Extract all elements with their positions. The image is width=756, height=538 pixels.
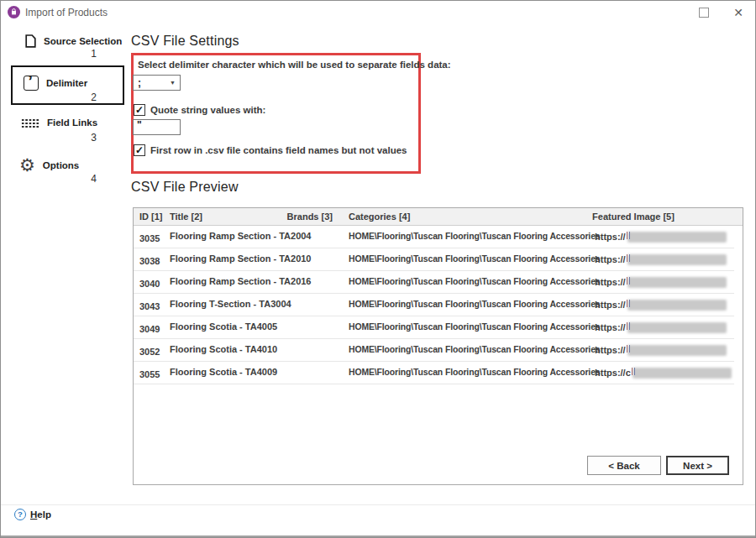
maximize-button[interactable] [699,8,709,18]
cell-featured-image: https:// [595,322,626,332]
cell-featured-image: https:// [595,232,626,242]
cell-id: 3049 [139,324,160,334]
step-number: 2 [71,91,97,103]
cell-id: 3052 [139,347,160,357]
sidebar-item-label: Delimiter [46,78,87,88]
sidebar-item-label: Source Selection [44,36,122,46]
cell-featured-image: https:// [595,300,626,310]
cell-featured-image: https:// [595,277,626,287]
close-button[interactable]: ✕ [730,4,747,21]
table-row[interactable]: 3035 Flooring Ramp Section - TA2004 HOME… [134,226,734,248]
redacted-url-blur [627,322,727,333]
titlebar: Import of Products ✕ [1,1,755,24]
quote-checkbox-label: Quote string values with: [150,105,265,115]
window-bottom-edge [1,535,755,537]
cell-categories: HOME\Flooring\Tuscan Flooring\Tuscan Flo… [349,232,601,241]
redacted-url-blur [627,300,727,311]
quote-char-input[interactable] [133,119,181,135]
help-label: Help [30,509,51,520]
sidebar-item-options[interactable]: ⚙ Options 4 [11,157,124,174]
column-header-featured-image[interactable]: Featured Image [5] [570,212,696,222]
column-header-categories[interactable]: Categories [4] [349,212,410,222]
redacted-url-blur [627,277,727,288]
sidebar-item-field-links[interactable]: Field Links 3 [11,118,124,128]
cell-categories: HOME\Flooring\Tuscan Flooring\Tuscan Flo… [349,368,601,377]
help-link[interactable]: ? Help [14,509,51,520]
url-tail-mark [627,232,630,239]
cell-categories: HOME\Flooring\Tuscan Flooring\Tuscan Flo… [349,345,601,354]
cell-featured-image: https:// [595,345,626,355]
step-number: 4 [71,173,97,185]
table-row[interactable]: 3043 Flooring T-Section - TA3004 HOME\Fl… [134,294,734,316]
cell-categories: HOME\Flooring\Tuscan Flooring\Tuscan Flo… [349,300,601,309]
column-header-title[interactable]: Title [2] [170,212,202,222]
sidebar-item-source-selection[interactable]: Source Selection 1 [11,34,124,48]
delimiter-value: ; [138,77,141,89]
url-tail-mark [632,368,635,375]
close-icon: ✕ [733,6,743,19]
step-number: 1 [71,48,97,60]
settings-heading: CSV File Settings [131,34,239,49]
table-row[interactable]: 3040 Flooring Ramp Section - TA2016 HOME… [134,271,734,294]
cell-title: Flooring Scotia - TA4005 [170,321,277,332]
redacted-url-blur [633,368,732,379]
cell-featured-image: https:// [595,254,626,264]
cell-id: 3055 [139,369,160,379]
checkmark-icon: ✓ [135,144,144,156]
dropdown-arrow-icon: ▼ [170,80,176,86]
cell-title: Flooring Scotia - TA4009 [170,367,277,377]
cell-title: Flooring Ramp Section - TA2010 [170,253,312,264]
table-row[interactable]: 3038 Flooring Ramp Section - TA2010 HOME… [134,248,734,271]
cell-id: 3043 [139,301,160,311]
url-tail-mark [627,322,630,330]
redacted-url-blur [627,254,727,265]
cell-categories: HOME\Flooring\Tuscan Flooring\Tuscan Flo… [349,277,601,286]
column-header-id[interactable]: ID [1] [139,212,163,222]
redacted-url-blur [627,345,727,356]
app-logo-icon [8,6,20,18]
cell-title: Flooring Scotia - TA4010 [170,344,277,354]
sidebar-item-label: Options [43,160,79,170]
url-tail-mark [627,345,630,353]
table-row[interactable]: 3052 Flooring Scotia - TA4010 HOME\Floor… [134,339,734,362]
cell-categories: HOME\Flooring\Tuscan Flooring\Tuscan Flo… [349,322,601,332]
gear-icon: ⚙ [19,157,35,174]
wizard-window: Import of Products ✕ Source Selection 1 … [0,0,756,538]
cell-id: 3038 [139,256,160,266]
cell-id: 3040 [139,279,160,289]
delimiter-label: Select delimiter character which will be… [138,60,451,70]
first-row-checkbox-label: First row in .csv file contains field na… [150,145,407,155]
cell-title: Flooring Ramp Section - TA2016 [170,276,312,286]
table-row[interactable]: 3049 Flooring Scotia - TA4005 HOME\Floor… [134,316,734,339]
back-button[interactable]: < Back [587,456,661,475]
url-tail-mark [627,277,630,285]
table-header: ID [1] Title [2] Brands [3] Categories [… [134,208,743,226]
preview-heading: CSV File Preview [131,180,239,195]
document-icon [25,34,36,48]
redacted-url-blur [627,232,727,243]
footer-separator [1,504,755,505]
sidebar-item-label: Field Links [47,118,97,128]
window-title: Import of Products [25,7,108,18]
table-row[interactable]: 3055 Flooring Scotia - TA4009 HOME\Floor… [134,362,734,384]
delimiter-select[interactable]: ; ▼ [133,75,181,91]
quote-icon: ’ [24,76,39,91]
column-header-brands[interactable]: Brands [3] [282,212,333,222]
cell-categories: HOME\Flooring\Tuscan Flooring\Tuscan Flo… [349,254,601,264]
checkmark-icon: ✓ [135,104,144,116]
cell-id: 3035 [139,233,160,243]
cell-featured-image: https://c [595,368,631,378]
sidebar-item-delimiter[interactable]: ’ Delimiter 2 [11,76,124,91]
quote-checkbox[interactable]: ✓ [134,104,145,116]
help-icon: ? [14,509,26,520]
next-button[interactable]: Next > [666,456,729,475]
first-row-checkbox[interactable]: ✓ [134,144,145,156]
cell-title: Flooring Ramp Section - TA2004 [170,231,312,241]
step-number: 3 [71,132,97,144]
url-tail-mark [627,254,630,262]
url-tail-mark [627,300,630,307]
preview-table: ID [1] Title [2] Brands [3] Categories [… [133,207,743,485]
grid-dots-icon [21,118,39,128]
cell-title: Flooring T-Section - TA3004 [170,299,291,309]
